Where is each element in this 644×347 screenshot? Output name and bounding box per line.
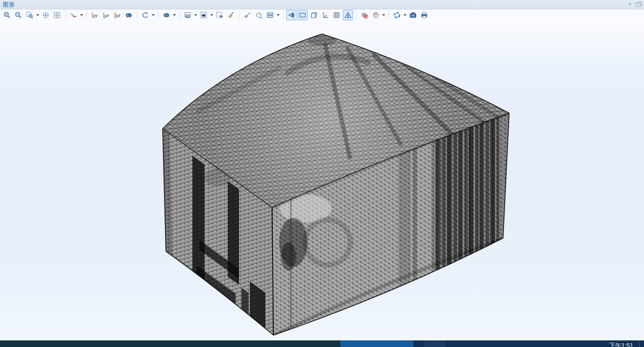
view-hidden-button[interactable]: [265, 10, 275, 20]
color-theme-button[interactable]: [371, 10, 381, 20]
os-taskbar: 下午1:51: [0, 340, 644, 347]
show-box-button[interactable]: [309, 10, 319, 20]
box-select-button[interactable]: [215, 10, 225, 20]
zoom-in-icon: [3, 11, 11, 19]
select-domains-dropdown[interactable]: [209, 10, 214, 20]
show-grid-button[interactable]: [331, 10, 342, 20]
scene-light-button[interactable]: [161, 10, 172, 20]
reset-hiding-button[interactable]: [254, 10, 264, 20]
graphics-titlebar: 图形: [0, 0, 644, 9]
taskbar-region-light[interactable]: [424, 340, 446, 347]
zoom-extents-button[interactable]: [41, 10, 51, 20]
taskbar-region[interactable]: [413, 340, 424, 347]
show-axis-orientation-button[interactable]: [320, 10, 330, 20]
environment-reflections-button[interactable]: [392, 10, 402, 20]
zoom-out-button[interactable]: [13, 10, 24, 20]
color-theme-dropdown[interactable]: [381, 10, 386, 20]
show-desktop-region[interactable]: [640, 340, 644, 347]
svg-text:yz: yz: [104, 13, 109, 18]
toolbar-separator: [239, 11, 239, 19]
toolbar-separator: [65, 11, 66, 19]
zoom-out-icon: [15, 11, 22, 19]
zoom-box-dropdown[interactable]: [35, 10, 40, 20]
show-desktop-divider[interactable]: [639, 341, 640, 347]
zoom-selected-icon: [53, 11, 61, 19]
orthographic-projection-icon: [288, 11, 295, 19]
go-to-default-3d-view-button[interactable]: [68, 10, 79, 20]
show-edges-button[interactable]: [297, 10, 308, 20]
projection-button[interactable]: [124, 10, 134, 20]
select-domains-button[interactable]: [198, 10, 209, 20]
toolbar-separator: [388, 11, 389, 19]
show-mesh-icon: [344, 11, 352, 19]
clear-selection-button[interactable]: [226, 10, 236, 20]
go-to-xy-view-icon: xy: [91, 11, 99, 19]
mesh-3d-view: [0, 21, 644, 340]
show-grid-icon: [333, 11, 340, 19]
toolbar-separator: [158, 11, 158, 19]
zoom-extents-icon: [42, 11, 50, 19]
go-to-xy-view-button[interactable]: xy: [90, 10, 100, 20]
select-objects-button[interactable]: [182, 10, 193, 20]
reset-hiding-icon: [255, 11, 263, 19]
image-snapshot-icon: [409, 11, 417, 19]
show-mesh-button[interactable]: [343, 10, 353, 20]
rotate-view-dropdown[interactable]: [151, 10, 155, 20]
go-to-default-3d-view-dropdown[interactable]: [79, 10, 83, 20]
zoom-box-icon: [26, 11, 33, 19]
taskbar-clock[interactable]: 下午1:51: [609, 341, 633, 347]
disable-material-color-button[interactable]: [359, 10, 370, 20]
orthographic-projection-button[interactable]: [286, 10, 297, 20]
view-hidden-icon: [266, 11, 274, 19]
print-icon: [421, 11, 428, 19]
background-app-region[interactable]: [0, 340, 340, 347]
go-to-yz-view-button[interactable]: yz: [101, 10, 111, 20]
panel-title: 图形: [3, 1, 15, 9]
environment-reflections-dropdown[interactable]: [403, 10, 407, 20]
go-to-xz-view-icon: xz: [114, 11, 121, 19]
disable-material-color-icon: [361, 11, 368, 19]
box-select-icon: [216, 11, 223, 19]
graphics-window: 图形 xyyzxz: [0, 0, 644, 347]
toolbar-separator: [179, 11, 180, 19]
image-snapshot-button[interactable]: [408, 10, 418, 20]
clear-selection-icon: [227, 11, 235, 19]
select-objects-dropdown[interactable]: [193, 10, 198, 20]
toolbar-separator: [137, 11, 137, 19]
active-app-button[interactable]: [340, 340, 413, 347]
graphics-toolbar: xyyzxz: [0, 9, 644, 21]
rotate-view-icon: [141, 11, 149, 19]
show-box-icon: [310, 11, 318, 19]
select-domains-icon: [200, 11, 207, 19]
toolbar-separator: [356, 11, 356, 19]
panel-menu-arrow-icon[interactable]: [627, 2, 632, 7]
go-to-xz-view-button[interactable]: xz: [112, 10, 123, 20]
float-window-icon[interactable]: [636, 1, 642, 7]
svg-text:xz: xz: [116, 13, 121, 18]
zoom-box-button[interactable]: [25, 10, 35, 20]
go-to-default-3d-view-icon: [70, 11, 77, 19]
print-button[interactable]: [419, 10, 429, 20]
svg-text:xy: xy: [93, 13, 99, 18]
scene-light-icon: [163, 11, 170, 19]
toolbar-separator: [86, 11, 87, 19]
zoom-in-button[interactable]: [2, 10, 12, 20]
show-edges-icon: [299, 11, 306, 19]
projection-icon: [125, 11, 132, 19]
titlebar-controls: [627, 1, 642, 7]
show-axis-orientation-icon: [322, 11, 329, 19]
color-theme-icon: [372, 11, 380, 19]
view-hidden-dropdown[interactable]: [276, 10, 280, 20]
zoom-selected-button[interactable]: [52, 10, 62, 20]
graphics-canvas[interactable]: [0, 21, 644, 340]
rotate-view-button[interactable]: [140, 10, 150, 20]
select-objects-icon: [184, 11, 191, 19]
hide-selected-button[interactable]: [242, 10, 253, 20]
go-to-yz-view-icon: yz: [102, 11, 110, 19]
environment-reflections-icon: [393, 11, 401, 19]
scene-light-dropdown[interactable]: [172, 10, 176, 20]
hide-selected-icon: [244, 11, 251, 19]
toolbar-separator: [283, 11, 283, 19]
